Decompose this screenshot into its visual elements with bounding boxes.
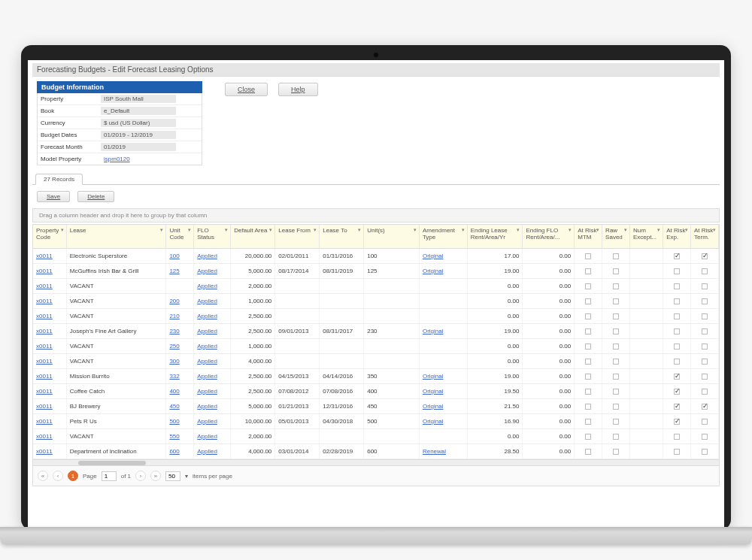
flo-status-link[interactable]: Applied [197, 283, 217, 289]
horizontal-scrollbar[interactable] [33, 459, 719, 465]
checkbox[interactable] [702, 434, 708, 440]
unit-code-link[interactable]: 332 [169, 373, 179, 380]
column-header[interactable]: Lease From▾ [275, 225, 320, 249]
filter-icon[interactable]: ▾ [358, 227, 361, 233]
tab-records[interactable]: 27 Records [35, 174, 83, 185]
unit-code-link[interactable]: 230 [169, 328, 179, 334]
checkbox[interactable] [702, 449, 708, 455]
flo-status-link[interactable]: Applied [197, 328, 217, 334]
checkbox[interactable] [613, 283, 619, 289]
column-header[interactable]: At Risk Exp.▾ [663, 225, 691, 249]
checkbox[interactable] [613, 374, 619, 380]
pager-next-icon[interactable]: › [135, 471, 146, 481]
checkbox[interactable] [702, 374, 708, 380]
checkbox[interactable] [702, 389, 708, 395]
help-button[interactable]: Help [278, 83, 318, 96]
column-header[interactable]: Ending FLO Rent/Area/...▾ [523, 225, 575, 249]
checkbox[interactable] [674, 449, 680, 455]
unit-code-link[interactable]: 500 [169, 418, 179, 425]
column-header[interactable]: Num Except...▾ [629, 225, 663, 249]
checkbox[interactable] [674, 328, 680, 334]
checkbox[interactable] [585, 374, 591, 380]
column-header[interactable]: Raw Saved▾ [602, 225, 630, 249]
checkbox[interactable] [674, 253, 680, 259]
checkbox[interactable] [702, 404, 708, 410]
property-code-link[interactable]: x0011 [36, 283, 53, 289]
checkbox[interactable] [585, 434, 591, 440]
flo-status-link[interactable]: Applied [197, 388, 217, 395]
filter-icon[interactable]: ▾ [657, 227, 660, 233]
checkbox[interactable] [613, 449, 619, 455]
flo-status-link[interactable]: Applied [197, 373, 217, 380]
property-code-link[interactable]: x0011 [36, 328, 53, 334]
column-header[interactable]: Unit(s)▾ [364, 225, 420, 249]
filter-icon[interactable]: ▾ [269, 227, 272, 233]
checkbox[interactable] [702, 419, 708, 425]
amendment-link[interactable]: Original [423, 328, 444, 334]
checkbox[interactable] [585, 298, 591, 304]
flo-status-link[interactable]: Applied [197, 403, 217, 410]
checkbox[interactable] [585, 283, 591, 289]
amendment-link[interactable]: Original [423, 268, 444, 274]
column-header[interactable]: At Risk Term.▾ [691, 225, 719, 249]
checkbox[interactable] [674, 344, 680, 350]
flo-status-link[interactable]: Applied [197, 253, 217, 259]
checkbox[interactable] [674, 298, 680, 304]
filter-icon[interactable]: ▾ [160, 227, 163, 233]
property-code-link[interactable]: x0011 [36, 433, 53, 440]
filter-icon[interactable]: ▾ [462, 227, 465, 233]
flo-status-link[interactable]: Applied [197, 313, 217, 319]
checkbox[interactable] [613, 253, 619, 259]
delete-button[interactable]: Delete [77, 191, 114, 202]
checkbox[interactable] [674, 434, 680, 440]
checkbox[interactable] [702, 328, 708, 334]
checkbox[interactable] [702, 313, 708, 319]
chevron-down-icon[interactable]: ▾ [185, 473, 188, 480]
unit-code-link[interactable]: 250 [169, 343, 179, 350]
checkbox[interactable] [585, 253, 591, 259]
checkbox[interactable] [613, 404, 619, 410]
pager-perpage-input[interactable] [165, 471, 180, 481]
column-header[interactable]: FLO Status▾ [194, 225, 231, 249]
checkbox[interactable] [674, 313, 680, 319]
pager-prev-icon[interactable]: ‹ [53, 471, 63, 481]
filter-icon[interactable]: ▾ [685, 227, 688, 233]
checkbox[interactable] [585, 313, 591, 319]
flo-status-link[interactable]: Applied [197, 433, 217, 440]
filter-icon[interactable]: ▾ [624, 227, 627, 233]
checkbox[interactable] [674, 419, 680, 425]
checkbox[interactable] [702, 359, 708, 365]
close-button[interactable]: Close [225, 83, 268, 96]
pager-first-icon[interactable]: « [38, 471, 48, 481]
checkbox[interactable] [674, 404, 680, 410]
column-header[interactable]: Lease To▾ [320, 225, 364, 249]
save-button[interactable]: Save [37, 191, 70, 202]
amendment-link[interactable]: Original [423, 418, 444, 425]
amendment-link[interactable]: Original [423, 253, 444, 259]
column-header[interactable]: Unit Code▾ [166, 225, 194, 249]
filter-icon[interactable]: ▾ [414, 227, 417, 233]
checkbox[interactable] [702, 298, 708, 304]
unit-code-link[interactable]: 550 [169, 433, 179, 440]
checkbox[interactable] [585, 404, 591, 410]
filter-icon[interactable]: ▾ [596, 227, 599, 233]
amendment-link[interactable]: Original [423, 403, 444, 410]
checkbox[interactable] [674, 389, 680, 395]
flo-status-link[interactable]: Applied [197, 358, 217, 365]
property-code-link[interactable]: x0011 [36, 403, 53, 410]
checkbox[interactable] [613, 359, 619, 365]
checkbox[interactable] [702, 283, 708, 289]
unit-code-link[interactable]: 400 [169, 388, 179, 395]
checkbox[interactable] [585, 449, 591, 455]
checkbox[interactable] [613, 344, 619, 350]
checkbox[interactable] [702, 253, 708, 259]
filter-icon[interactable]: ▾ [713, 227, 716, 233]
amendment-link[interactable]: Renewal [423, 448, 446, 455]
checkbox[interactable] [613, 419, 619, 425]
unit-code-link[interactable]: 600 [169, 448, 179, 455]
checkbox[interactable] [702, 344, 708, 350]
property-code-link[interactable]: x0011 [36, 268, 53, 274]
property-code-link[interactable]: x0011 [36, 253, 53, 259]
property-code-link[interactable]: x0011 [36, 448, 53, 455]
property-code-link[interactable]: x0011 [36, 373, 53, 380]
